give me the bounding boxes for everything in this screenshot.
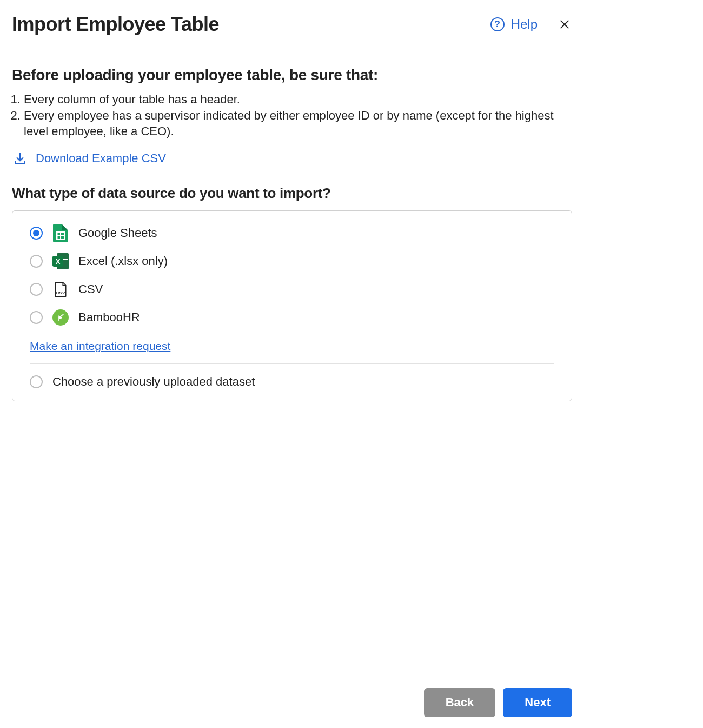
- source-label: Excel (.xlsx only): [78, 254, 168, 268]
- source-option-excel[interactable]: X Excel (.xlsx only): [30, 253, 554, 269]
- close-icon: [559, 18, 571, 30]
- before-subtitle: Before uploading your employee table, be…: [12, 67, 572, 84]
- instruction-item: Every employee has a supervisor indicate…: [24, 108, 572, 140]
- download-example-csv-link[interactable]: Download Example CSV: [13, 151, 166, 166]
- help-icon: ?: [490, 17, 505, 31]
- bamboohr-icon: [52, 309, 69, 326]
- source-option-csv[interactable]: CSV CSV: [30, 281, 554, 297]
- download-label: Download Example CSV: [36, 151, 166, 166]
- source-label: BambooHR: [78, 310, 140, 325]
- instructions-list: Every column of your table has a header.…: [12, 91, 572, 140]
- data-source-question: What type of data source do you want to …: [12, 185, 572, 202]
- source-option-bamboohr[interactable]: BambooHR: [30, 309, 554, 326]
- help-link[interactable]: ? Help: [490, 17, 538, 32]
- svg-text:CSV: CSV: [56, 290, 65, 295]
- source-label: Choose a previously uploaded dataset: [52, 375, 255, 389]
- radio-button[interactable]: [30, 227, 43, 240]
- help-label: Help: [511, 17, 538, 32]
- header-actions: ? Help: [490, 17, 572, 32]
- divider: [30, 363, 554, 364]
- integration-request-link[interactable]: Make an integration request: [30, 340, 170, 353]
- radio-button[interactable]: [30, 255, 43, 268]
- instruction-item: Every column of your table has a header.: [24, 91, 572, 108]
- excel-icon: X: [52, 253, 69, 269]
- source-label: Google Sheets: [78, 226, 157, 240]
- download-icon: [13, 151, 27, 166]
- radio-button[interactable]: [30, 283, 43, 296]
- source-option-google-sheets[interactable]: Google Sheets: [30, 225, 554, 241]
- csv-icon: CSV: [52, 281, 69, 297]
- radio-button[interactable]: [30, 375, 43, 388]
- page-title: Import Employee Table: [12, 13, 219, 36]
- google-sheets-icon: [52, 225, 69, 241]
- data-source-options: Google Sheets X Excel (.xlsx only) CSV: [12, 210, 572, 401]
- radio-button[interactable]: [30, 311, 43, 324]
- source-label: CSV: [78, 282, 103, 296]
- close-button[interactable]: [557, 17, 572, 32]
- dialog-header: Import Employee Table ? Help: [0, 0, 584, 49]
- dialog-content: Before uploading your employee table, be…: [0, 49, 584, 401]
- source-option-previous-dataset[interactable]: Choose a previously uploaded dataset: [30, 375, 554, 389]
